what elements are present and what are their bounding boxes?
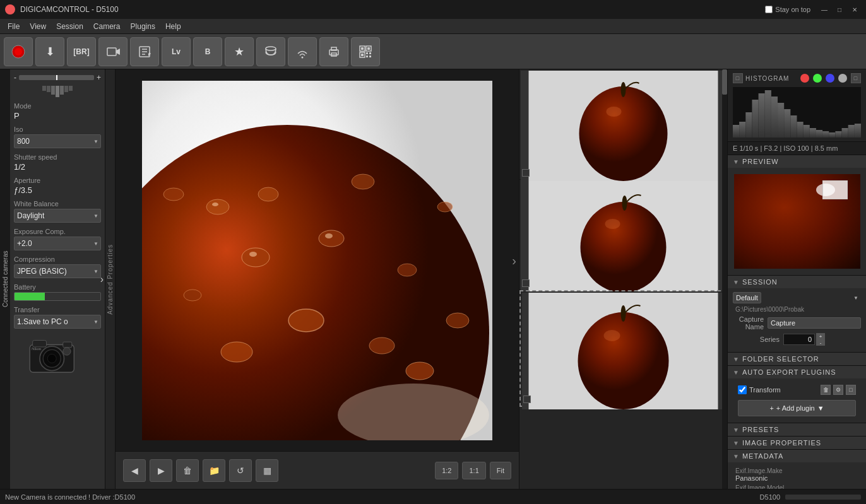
svg-rect-70 bbox=[778, 103, 784, 138]
histogram-section: □ HISTOGRAM □ bbox=[728, 69, 866, 142]
print-button[interactable] bbox=[319, 37, 348, 66]
exp-comp-select[interactable]: +2.0-3-2-10+1+2+3 bbox=[14, 237, 101, 250]
series-decrement-button[interactable]: - bbox=[816, 339, 825, 346]
maximize-button[interactable]: □ bbox=[833, 3, 846, 16]
zoom-1-1-button[interactable]: 1:1 bbox=[462, 462, 485, 479]
transform-delete-icon[interactable]: 🗑 bbox=[821, 385, 831, 395]
transform-settings-icon[interactable]: ⚙ bbox=[833, 385, 843, 395]
edit-button[interactable] bbox=[130, 37, 159, 66]
meta-key-0: Exif.Image.Make bbox=[735, 467, 858, 474]
close-button[interactable]: ✕ bbox=[848, 3, 861, 16]
window-controls: — □ ✕ bbox=[818, 3, 861, 16]
svg-point-45 bbox=[446, 313, 469, 328]
add-plugin-button[interactable]: + + Add plugin ▼ bbox=[738, 400, 856, 416]
stay-on-top-checkbox[interactable] bbox=[765, 6, 773, 13]
metadata-row-0: Exif.Image.Make Panasonic bbox=[733, 466, 861, 483]
thumbnail-1[interactable] bbox=[519, 69, 727, 180]
qrcode-button[interactable] bbox=[351, 37, 380, 66]
zoom-1-2-button[interactable]: 1:2 bbox=[435, 462, 458, 479]
folder-selector-header[interactable]: ▼ FOLDER SELECTOR bbox=[728, 353, 866, 365]
exp-comp-section: Exposure Comp. +2.0-3-2-10+1+2+3 bbox=[14, 228, 101, 250]
svg-point-8 bbox=[266, 47, 276, 50]
thumb-image-1 bbox=[521, 71, 726, 181]
liveview-button[interactable]: Lv bbox=[162, 37, 191, 66]
bracket-button[interactable]: [BR] bbox=[67, 37, 96, 66]
image-properties-section: ▼ IMAGE PROPERTIES bbox=[728, 437, 866, 450]
center-panel: › ◀ ▶ 🗑 📁 ↺ ▦ 1:2 1:1 Fit bbox=[116, 69, 519, 489]
iso-select[interactable]: 80010020040016003200 bbox=[14, 134, 101, 148]
series-input[interactable] bbox=[783, 334, 815, 345]
transform-view-icon[interactable]: □ bbox=[846, 385, 856, 395]
menu-session[interactable]: Session bbox=[51, 21, 88, 32]
menu-help[interactable]: Help bbox=[160, 21, 186, 32]
zoom-fit-button[interactable]: Fit bbox=[490, 462, 511, 479]
folder-selector-collapse-arrow: ▼ bbox=[733, 356, 740, 363]
menu-file[interactable]: File bbox=[3, 21, 25, 32]
svg-point-39 bbox=[398, 264, 417, 276]
session-header[interactable]: ▼ SESSION bbox=[728, 276, 866, 288]
exif-info: E 1/10 s | F3.2 | ISO 100 | 8.5 mm bbox=[733, 144, 838, 152]
svg-rect-63 bbox=[733, 125, 739, 138]
svg-rect-68 bbox=[765, 90, 771, 138]
open-folder-button[interactable]: 📁 bbox=[203, 459, 225, 482]
thumbnail-scrollbar[interactable] bbox=[722, 69, 727, 489]
thumbnail-scrollbar-thumb[interactable] bbox=[722, 69, 727, 95]
download-button[interactable]: ⬇ bbox=[35, 37, 64, 66]
histogram-toggle-btn[interactable]: □ bbox=[733, 73, 743, 83]
wb-section: White Balance DaylightAutoShadeCloudyTun… bbox=[14, 200, 101, 223]
metadata-title: METADATA bbox=[742, 452, 783, 460]
svg-point-9 bbox=[302, 56, 304, 58]
bulb-button[interactable]: B bbox=[193, 37, 222, 66]
metadata-header[interactable]: ▼ METADATA bbox=[728, 450, 866, 462]
main-image-next-arrow[interactable]: › bbox=[512, 253, 516, 267]
compression-section: Compression JPEG (BASIC)JPEG (NORMAL)JPE… bbox=[14, 255, 101, 278]
image-properties-header[interactable]: ▼ IMAGE PROPERTIES bbox=[728, 437, 866, 449]
star-button[interactable]: ★ bbox=[225, 37, 254, 66]
auto-export-header[interactable]: ▼ AUTO EXPORT PLUGINS bbox=[728, 366, 866, 378]
histogram-settings-btn[interactable]: □ bbox=[851, 73, 861, 83]
transfer-select[interactable]: 1.Save to PC o2.Save to PC and Camera bbox=[14, 315, 101, 329]
left-panel-expand-arrow[interactable]: › bbox=[100, 274, 104, 285]
refresh-button[interactable]: ↺ bbox=[229, 459, 252, 482]
video-button[interactable] bbox=[98, 37, 128, 66]
preview-header[interactable]: ▼ PREVIEW bbox=[728, 155, 866, 168]
exposure-bar: - + bbox=[14, 73, 101, 82]
menu-camera[interactable]: Camera bbox=[88, 21, 126, 32]
presets-header[interactable]: ▼ PRESETS bbox=[728, 423, 866, 436]
compression-select[interactable]: JPEG (BASIC)JPEG (NORMAL)JPEG (FINE)RAWR… bbox=[14, 264, 101, 278]
stack-button[interactable] bbox=[256, 37, 285, 66]
transform-checkbox[interactable] bbox=[738, 385, 747, 394]
main-image-svg bbox=[142, 81, 492, 440]
svg-point-43 bbox=[369, 337, 394, 354]
menu-view[interactable]: View bbox=[25, 21, 51, 32]
svg-rect-80 bbox=[842, 128, 848, 138]
wireless-button[interactable] bbox=[288, 37, 317, 66]
histogram-green-channel[interactable] bbox=[813, 74, 822, 83]
svg-rect-14 bbox=[361, 47, 364, 50]
advanced-properties-tab[interactable]: Advanced Properties bbox=[105, 69, 116, 489]
series-increment-button[interactable]: + bbox=[816, 333, 825, 339]
wb-select[interactable]: DaylightAutoShadeCloudyTungsten bbox=[14, 209, 101, 223]
thumbnail-3[interactable] bbox=[519, 290, 727, 407]
compression-label: Compression bbox=[14, 255, 101, 263]
histogram-label: HISTOGRAM bbox=[745, 75, 789, 82]
histogram-all-channel[interactable] bbox=[838, 74, 847, 83]
stay-on-top-toggle[interactable]: Stay on top bbox=[765, 6, 810, 13]
battery-section: Battery bbox=[14, 283, 101, 301]
session-name-select[interactable]: Default bbox=[733, 292, 761, 303]
prev-image-button[interactable]: ◀ bbox=[123, 459, 146, 482]
delete-image-button[interactable]: 🗑 bbox=[176, 459, 199, 482]
capture-button[interactable] bbox=[4, 37, 33, 66]
minimize-button[interactable]: — bbox=[818, 3, 831, 16]
battery-bar bbox=[14, 292, 101, 301]
thumbnail-2[interactable] bbox=[519, 180, 727, 290]
menu-plugins[interactable]: Plugins bbox=[126, 21, 160, 32]
gallery-button[interactable]: ▦ bbox=[256, 459, 278, 482]
series-row: Series + - bbox=[733, 333, 861, 346]
next-image-button[interactable]: ▶ bbox=[150, 459, 172, 482]
histogram-blue-channel[interactable] bbox=[826, 74, 834, 83]
preview-overlay-rect bbox=[822, 180, 848, 199]
capture-name-input[interactable] bbox=[768, 317, 861, 329]
wb-label: White Balance bbox=[14, 200, 101, 208]
histogram-red-channel[interactable] bbox=[800, 74, 809, 83]
